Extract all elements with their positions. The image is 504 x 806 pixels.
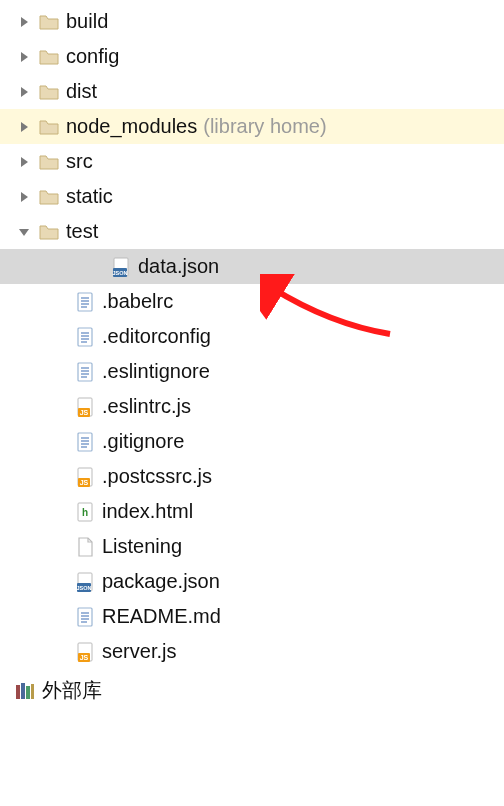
tree-item-label: static [66, 185, 113, 208]
js-icon: JS [74, 641, 96, 663]
tree-row[interactable]: JSserver.js [0, 634, 504, 669]
tree-item-label: README.md [102, 605, 221, 628]
folder-icon [38, 11, 60, 33]
html-icon: h [74, 501, 96, 523]
chevron-down-icon[interactable] [14, 222, 34, 242]
library-icon [14, 680, 36, 702]
folder-icon [38, 116, 60, 138]
svg-rect-13 [78, 363, 92, 381]
tree-row[interactable]: static [0, 179, 504, 214]
text-icon [74, 326, 96, 348]
tree-row[interactable]: build [0, 4, 504, 39]
tree-row[interactable]: JS.eslintrc.js [0, 389, 504, 424]
tree-item-label: .editorconfig [102, 325, 211, 348]
svg-rect-3 [78, 293, 92, 311]
folder-icon [38, 46, 60, 68]
tree-row[interactable]: JSONpackage.json [0, 564, 504, 599]
svg-rect-45 [31, 684, 34, 699]
svg-text:JSON: JSON [77, 585, 92, 591]
tree-item-label: .gitignore [102, 430, 184, 453]
tree-row[interactable]: node_modules(library home) [0, 109, 504, 144]
tree-item-label: build [66, 10, 108, 33]
chevron-right-icon[interactable] [14, 12, 34, 32]
tree-row[interactable]: config [0, 39, 504, 74]
text-icon [74, 361, 96, 383]
svg-text:JSON: JSON [113, 270, 128, 276]
text-icon [74, 431, 96, 453]
external-libraries-row[interactable]: 外部库 [0, 673, 504, 708]
tree-row[interactable]: JS.postcssrc.js [0, 459, 504, 494]
tree-item-label: .eslintignore [102, 360, 210, 383]
tree-item-label: config [66, 45, 119, 68]
folder-icon [38, 186, 60, 208]
tree-item-label: .postcssrc.js [102, 465, 212, 488]
js-icon: JS [74, 466, 96, 488]
svg-rect-21 [78, 433, 92, 451]
js-icon: JS [74, 396, 96, 418]
text-icon [74, 291, 96, 313]
svg-text:JS: JS [80, 409, 89, 416]
tree-row[interactable]: dist [0, 74, 504, 109]
tree-item-note: (library home) [203, 115, 326, 137]
chevron-right-icon[interactable] [14, 82, 34, 102]
tree-row[interactable]: src [0, 144, 504, 179]
tree-row[interactable]: .editorconfig [0, 319, 504, 354]
blank-icon [74, 536, 96, 558]
folder-icon [38, 221, 60, 243]
chevron-right-icon[interactable] [14, 117, 34, 137]
json-icon: JSON [110, 256, 132, 278]
folder-icon [38, 81, 60, 103]
chevron-right-icon[interactable] [14, 152, 34, 172]
tree-item-label: .eslintrc.js [102, 395, 191, 418]
file-tree: buildconfigdistnode_modules(library home… [0, 0, 504, 673]
tree-item-label: data.json [138, 255, 219, 278]
svg-rect-42 [16, 685, 20, 699]
tree-item-label: src [66, 150, 93, 173]
json-icon: JSON [74, 571, 96, 593]
tree-row[interactable]: Listening [0, 529, 504, 564]
folder-icon [38, 151, 60, 173]
tree-row[interactable]: test [0, 214, 504, 249]
svg-rect-44 [26, 686, 30, 699]
tree-row[interactable]: hindex.html [0, 494, 504, 529]
tree-item-label: node_modules(library home) [66, 115, 327, 138]
chevron-right-icon[interactable] [14, 187, 34, 207]
tree-item-label: index.html [102, 500, 193, 523]
tree-item-label: server.js [102, 640, 176, 663]
svg-rect-34 [78, 608, 92, 626]
svg-text:JS: JS [80, 479, 89, 486]
tree-row[interactable]: README.md [0, 599, 504, 634]
chevron-right-icon[interactable] [14, 47, 34, 67]
tree-item-label: .babelrc [102, 290, 173, 313]
svg-rect-43 [21, 683, 25, 699]
svg-text:h: h [82, 507, 88, 518]
external-libraries-label: 外部库 [42, 677, 102, 704]
tree-item-label: Listening [102, 535, 182, 558]
tree-row[interactable]: .eslintignore [0, 354, 504, 389]
text-icon [74, 606, 96, 628]
svg-text:JS: JS [80, 654, 89, 661]
svg-rect-8 [78, 328, 92, 346]
tree-item-label: test [66, 220, 98, 243]
tree-item-label: package.json [102, 570, 220, 593]
tree-row[interactable]: .babelrc [0, 284, 504, 319]
tree-row[interactable]: .gitignore [0, 424, 504, 459]
tree-row[interactable]: JSONdata.json [0, 249, 504, 284]
tree-item-label: dist [66, 80, 97, 103]
